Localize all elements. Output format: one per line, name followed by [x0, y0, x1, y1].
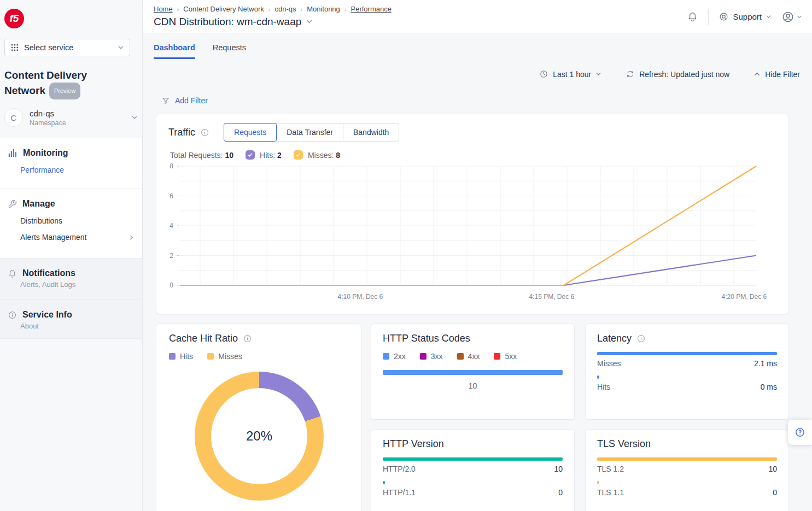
metric-label: HTTP/1.1	[383, 488, 416, 497]
sidebar: f5 Select service Content Delivery Netwo…	[0, 0, 143, 511]
svg-text:4:15 PM, Dec 6: 4:15 PM, Dec 6	[529, 293, 574, 301]
breadcrumb-performance[interactable]: Performance	[351, 5, 392, 13]
traffic-line-chart: 024684:10 PM, Dec 64:15 PM, Dec 64:20 PM…	[156, 161, 790, 306]
namespace-avatar: C	[4, 108, 23, 127]
sidebar-item-monitoring[interactable]: Monitoring	[0, 138, 142, 158]
header-divider	[708, 9, 709, 25]
traffic-tab-bandwidth[interactable]: Bandwidth	[343, 123, 399, 142]
sidebar-item-notifications[interactable]: Notifications	[0, 259, 142, 278]
refresh-button[interactable]: Refresh: Updated just now	[626, 69, 729, 79]
main-content: Dashboard Requests Last 1 hour Refresh: …	[143, 33, 812, 511]
legend-item-hits: Hits	[169, 352, 193, 361]
tab-requests[interactable]: Requests	[213, 43, 246, 59]
misses-checkbox[interactable]: Misses:8	[294, 150, 340, 160]
metric-bar-group: Hits0 ms	[597, 375, 777, 391]
question-mark-icon	[795, 427, 805, 438]
legend-item-misses: Misses	[207, 352, 242, 361]
chevron-down-icon	[797, 14, 802, 20]
svg-text:0: 0	[170, 281, 173, 289]
f5-logo[interactable]: f5	[4, 9, 24, 28]
status-codes-bar	[383, 370, 563, 375]
sidebar-section-monitoring: Monitoring Performance	[0, 138, 142, 189]
breadcrumb-separator: ›	[268, 6, 271, 13]
donut-center-value: 20%	[246, 428, 272, 444]
sidebar-item-alerts-management[interactable]: Alerts Management	[0, 225, 142, 242]
http-status-codes-title: HTTP Status Codes	[383, 333, 563, 344]
tls-version-title: TLS Version	[597, 438, 777, 450]
metric-label: Misses	[597, 359, 621, 368]
svg-text:2: 2	[170, 252, 173, 260]
page-title-dropdown[interactable]: CDN Distribution: wm-cdn-waap	[154, 16, 313, 28]
refresh-icon	[626, 69, 635, 79]
traffic-tab-requests[interactable]: Requests	[224, 123, 277, 142]
breadcrumb-separator: ›	[344, 6, 347, 13]
help-button[interactable]	[788, 420, 812, 445]
select-service-label: Select service	[24, 43, 113, 52]
time-range-dropdown[interactable]: Last 1 hour	[539, 69, 601, 79]
product-title: Content Delivery NetworkPreview	[4, 68, 138, 99]
metric-bar-group: HTTP/2.010	[383, 457, 563, 473]
add-filter-button[interactable]: Add Filter	[161, 96, 208, 105]
filter-bar: Last 1 hour Refresh: Updated just now Hi…	[539, 69, 800, 79]
support-menu[interactable]: Support	[718, 11, 772, 22]
metric-value: 10	[768, 465, 777, 473]
traffic-metric-switcher: Requests Data Transfer Bandwidth	[224, 123, 399, 142]
metric-bar	[597, 457, 777, 461]
metric-value: 0 ms	[761, 383, 777, 391]
grid-apps-icon	[10, 43, 19, 52]
traffic-card-title: Traffic	[168, 127, 209, 138]
clock-icon	[539, 69, 548, 79]
traffic-tab-data-transfer[interactable]: Data Transfer	[276, 123, 343, 142]
breadcrumb-monitoring[interactable]: Monitoring	[307, 5, 340, 13]
notifications-bell-button[interactable]	[687, 11, 698, 22]
account-menu[interactable]	[781, 10, 802, 24]
checkbox-checked-icon	[246, 150, 255, 160]
metric-label: TLS 1.2	[597, 465, 624, 473]
metric-bar	[383, 457, 563, 461]
sidebar-item-service-info[interactable]: Service Info	[0, 300, 142, 320]
breadcrumb-home[interactable]: Home	[154, 5, 173, 13]
latency-bars: Misses2.1 msHits0 ms	[597, 352, 777, 391]
sidebar-item-performance[interactable]: Performance	[0, 158, 142, 174]
legend-swatch	[383, 353, 389, 360]
top-bar: Home › Content Delivery Network › cdn-qs…	[143, 0, 812, 33]
breadcrumb-namespace[interactable]: cdn-qs	[274, 5, 296, 13]
bar-chart-icon	[8, 148, 17, 158]
breadcrumb-separator: ›	[300, 6, 302, 13]
svg-text:4:20 PM, Dec 6: 4:20 PM, Dec 6	[722, 293, 767, 301]
hide-filter-toggle[interactable]: Hide Filter	[753, 70, 800, 79]
breadcrumb: Home › Content Delivery Network › cdn-qs…	[154, 5, 392, 13]
http-version-bars: HTTP/2.010HTTP/1.10	[383, 457, 563, 497]
info-icon	[8, 310, 17, 320]
cache-hit-ratio-title: Cache Hit Ratio	[156, 324, 361, 344]
f5-logo-text: f5	[10, 13, 19, 25]
info-icon[interactable]	[636, 334, 646, 343]
chevron-right-icon	[128, 234, 135, 240]
bell-icon	[8, 269, 17, 278]
metric-bar	[597, 481, 599, 484]
legend-item-5xx: 5xx	[494, 352, 517, 361]
legend-swatch	[420, 353, 427, 360]
metric-bar	[597, 352, 777, 355]
legend-swatch	[494, 353, 500, 360]
select-service-dropdown[interactable]: Select service	[4, 39, 130, 56]
info-icon[interactable]	[243, 334, 252, 343]
sidebar-section-manage: Manage Distributions Alerts Management	[0, 189, 142, 258]
total-requests-stat: Total Requests:10	[170, 151, 233, 160]
chevron-down-icon	[306, 16, 313, 28]
sidebar-item-manage[interactable]: Manage	[0, 189, 142, 209]
hits-checkbox[interactable]: Hits:2	[246, 150, 282, 160]
breadcrumb-cdn[interactable]: Content Delivery Network	[183, 5, 264, 13]
info-icon[interactable]	[200, 128, 209, 137]
sidebar-item-distributions[interactable]: Distributions	[0, 209, 142, 225]
tab-dashboard[interactable]: Dashboard	[154, 43, 195, 59]
chevron-up-icon	[753, 71, 761, 78]
status-codes-value: 10	[383, 381, 563, 390]
breadcrumb-separator: ›	[177, 6, 179, 13]
lifebuoy-icon	[718, 11, 729, 22]
page-tabs: Dashboard Requests	[154, 43, 246, 59]
namespace-selector[interactable]: C cdn-qs Namespace	[4, 105, 138, 130]
metric-value: 0	[558, 488, 563, 497]
metric-bar-group: TLS 1.210	[597, 457, 777, 473]
metric-bar-track	[383, 481, 563, 484]
